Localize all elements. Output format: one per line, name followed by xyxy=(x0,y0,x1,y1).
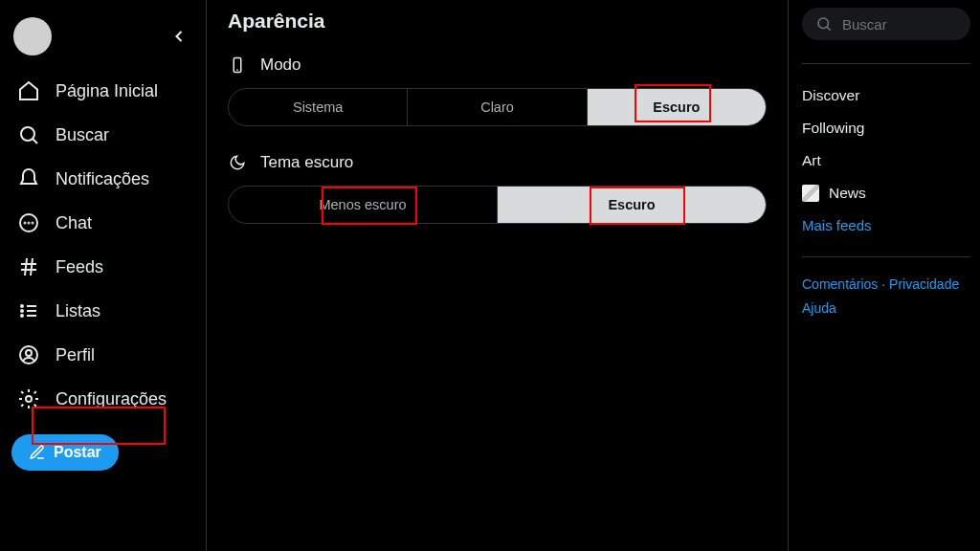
mode-option-dark[interactable]: Escuro xyxy=(588,89,766,125)
profile-icon xyxy=(17,343,40,366)
section-darktheme-label: Tema escuro xyxy=(260,153,353,172)
footer-help[interactable]: Ajuda xyxy=(802,300,836,316)
nav-label: Feeds xyxy=(56,257,103,277)
search-box[interactable] xyxy=(802,8,970,40)
svg-point-3 xyxy=(25,223,26,224)
search-icon xyxy=(17,123,40,146)
svg-point-10 xyxy=(21,305,23,307)
feed-news[interactable]: News xyxy=(802,177,970,209)
nav-label: Página Inicial xyxy=(56,81,158,101)
page-title: Aparência xyxy=(207,0,788,46)
phone-icon xyxy=(228,55,247,75)
darktheme-segmented-control: Menos escuro Escuro xyxy=(228,186,767,224)
svg-line-22 xyxy=(827,27,831,31)
search-input[interactable] xyxy=(842,16,980,33)
left-sidebar: Página Inicial Buscar Notificações Chat … xyxy=(0,0,206,551)
chat-icon xyxy=(17,211,40,234)
darktheme-option-dim[interactable]: Menos escuro xyxy=(229,187,498,223)
svg-point-17 xyxy=(26,350,32,356)
nav-label: Listas xyxy=(56,301,100,321)
nav-label: Buscar xyxy=(56,125,109,145)
sidebar-top xyxy=(8,10,198,69)
divider xyxy=(802,256,970,257)
darktheme-option-full[interactable]: Escuro xyxy=(498,187,766,223)
svg-point-21 xyxy=(818,18,829,29)
feed-discover[interactable]: Discover xyxy=(802,79,970,112)
compose-icon xyxy=(29,444,46,461)
nav-search[interactable]: Buscar xyxy=(8,113,198,157)
footer-comments[interactable]: Comentários xyxy=(802,276,878,292)
avatar[interactable] xyxy=(13,17,52,55)
svg-point-0 xyxy=(21,127,34,141)
mode-segmented-control: Sistema Claro Escuro xyxy=(228,88,767,126)
divider xyxy=(802,63,970,64)
section-mode-header: Modo xyxy=(207,46,788,88)
svg-line-9 xyxy=(31,258,33,276)
nav-label: Configurações xyxy=(56,389,167,409)
right-column: Discover Following Art News Mais feeds C… xyxy=(789,0,980,551)
nav-notifications[interactable]: Notificações xyxy=(8,157,198,201)
footer-privacy[interactable]: Privacidade xyxy=(889,276,959,292)
svg-line-8 xyxy=(25,258,27,276)
svg-point-12 xyxy=(21,310,23,312)
nav-feeds[interactable]: Feeds xyxy=(8,245,198,289)
nav-settings[interactable]: Configurações xyxy=(8,377,198,421)
nav-label: Notificações xyxy=(56,169,149,189)
section-darktheme-header: Tema escuro xyxy=(207,143,788,186)
feed-news-label: News xyxy=(829,185,866,202)
mode-option-light[interactable]: Claro xyxy=(408,89,587,125)
nav-chat[interactable]: Chat xyxy=(8,201,198,245)
nav-label: Chat xyxy=(56,213,92,233)
post-button-label: Postar xyxy=(54,444,101,461)
news-icon xyxy=(802,185,819,202)
more-feeds-link[interactable]: Mais feeds xyxy=(802,209,970,241)
home-icon xyxy=(17,79,40,102)
nav-profile[interactable]: Perfil xyxy=(8,333,198,377)
footer-links: Comentários · Privacidade Ajuda xyxy=(802,273,970,320)
svg-point-14 xyxy=(21,315,23,317)
svg-point-18 xyxy=(26,396,32,402)
nav-label: Perfil xyxy=(56,345,95,365)
svg-point-4 xyxy=(29,223,30,224)
feed-following[interactable]: Following xyxy=(802,112,970,144)
svg-line-1 xyxy=(33,139,37,143)
gear-icon xyxy=(17,387,40,410)
bell-icon xyxy=(17,167,40,190)
back-chevron-icon[interactable] xyxy=(169,27,189,46)
post-button[interactable]: Postar xyxy=(11,434,119,471)
nav-home[interactable]: Página Inicial xyxy=(8,69,198,113)
moon-icon xyxy=(228,153,247,172)
svg-point-5 xyxy=(33,223,33,224)
list-icon xyxy=(17,299,40,322)
nav-lists[interactable]: Listas xyxy=(8,289,198,333)
main-panel: Aparência Modo Sistema Claro Escuro Tema… xyxy=(206,0,789,551)
hash-icon xyxy=(17,255,40,278)
section-mode-label: Modo xyxy=(260,55,301,75)
feed-art[interactable]: Art xyxy=(802,144,970,177)
mode-option-system[interactable]: Sistema xyxy=(229,89,408,125)
search-icon xyxy=(815,15,833,33)
